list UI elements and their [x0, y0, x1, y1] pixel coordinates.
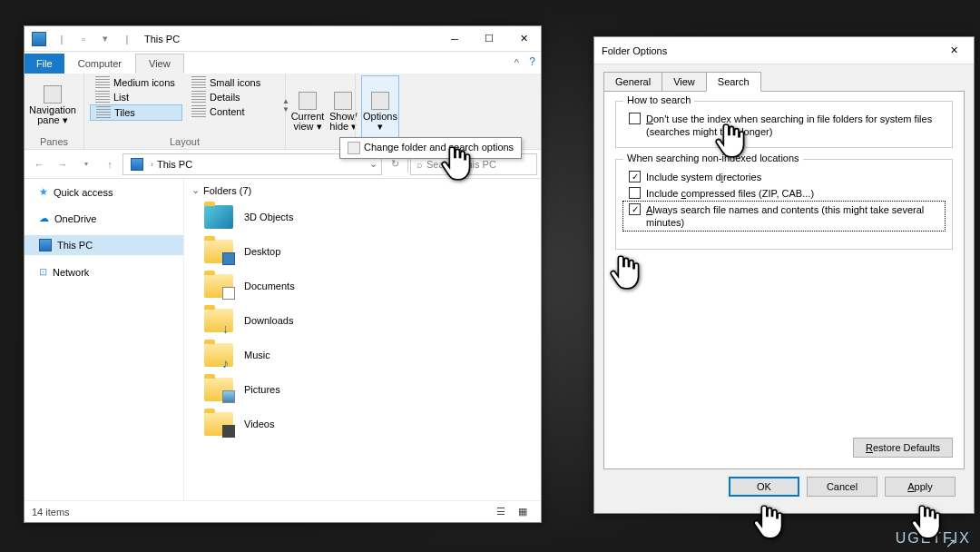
- layout-list[interactable]: List: [90, 90, 182, 104]
- checkbox-label: Include compressed files (ZIP, CAB...): [646, 187, 939, 200]
- current-view-label: Currentview ▾: [291, 112, 325, 132]
- layout-content[interactable]: Content: [186, 104, 279, 119]
- group-how-to-search: How to search Don't use the index when s…: [615, 101, 953, 148]
- tab-search[interactable]: Search: [706, 72, 761, 92]
- layout-tiles[interactable]: Tiles: [90, 104, 182, 121]
- cursor-hand-icon: [608, 254, 641, 291]
- minimize-button[interactable]: ─: [437, 26, 472, 52]
- star-icon: ★: [39, 186, 48, 198]
- options-label: Options▾: [363, 112, 397, 132]
- qat-item[interactable]: ▫: [74, 29, 93, 49]
- folder-icon: [204, 274, 233, 298]
- sidebar-item-quick-access[interactable]: ★ Quick access: [24, 182, 183, 202]
- search-tab-pane: How to search Don't use the index when s…: [603, 92, 965, 469]
- checkbox-compressed-files[interactable]: Include compressed files (ZIP, CAB...): [623, 185, 945, 202]
- back-button[interactable]: ←: [28, 153, 50, 175]
- explorer-body: ★ Quick access ☁ OneDrive This PC ⊡ Netw…: [24, 179, 541, 500]
- layout-icon: [191, 105, 206, 118]
- ok-button[interactable]: OK: [729, 477, 799, 497]
- folder-icon: [204, 240, 233, 263]
- tab-computer[interactable]: Computer: [64, 54, 135, 74]
- content-pane: ⌄ Folders (7) 3D Objects Desktop Documen…: [184, 179, 541, 500]
- path-dropdown-icon[interactable]: ⌄: [369, 158, 377, 170]
- cursor-hand-icon: [439, 145, 472, 182]
- desktop-overlay-icon: [222, 252, 235, 265]
- tooltip-icon: [348, 142, 360, 154]
- group-non-indexed: When searching non-indexed locations ✓ I…: [615, 159, 953, 250]
- checkbox-icon: [629, 187, 641, 199]
- cursor-hand-icon: [751, 504, 784, 540]
- folder-downloads[interactable]: Downloads: [191, 303, 534, 338]
- checkbox-dont-use-index[interactable]: Don't use the index when searching in fi…: [623, 111, 945, 140]
- ribbon-group-layout: Medium icons List Tiles Small icons Deta…: [84, 74, 286, 149]
- layout-icon: [191, 91, 206, 104]
- checkbox-system-directories[interactable]: ✓ Include system directories: [623, 169, 945, 185]
- dialog-close-button[interactable]: ✕: [941, 44, 966, 56]
- sidebar-item-onedrive[interactable]: ☁ OneDrive: [24, 209, 183, 228]
- current-view-button[interactable]: Currentview ▾: [291, 75, 324, 147]
- tab-view[interactable]: View: [662, 72, 707, 92]
- folders-group-header[interactable]: ⌄ Folders (7): [191, 184, 534, 200]
- checkbox-label: Always search file names and contents (t…: [646, 203, 939, 229]
- window-controls: ─ ☐ ✕: [437, 26, 541, 52]
- folder-music[interactable]: Music: [191, 338, 534, 372]
- restore-defaults-button[interactable]: Restore Defaults: [853, 438, 953, 458]
- window-title: This PC: [141, 34, 437, 44]
- folder-icon: [204, 378, 233, 401]
- dialog-tab-strip: General View Search: [603, 72, 965, 92]
- show-hide-icon: [334, 92, 352, 110]
- up-button[interactable]: ↑: [99, 153, 121, 175]
- layout-icon: [95, 91, 110, 104]
- folder-3d-objects[interactable]: 3D Objects: [191, 200, 534, 234]
- tab-view[interactable]: View: [135, 54, 184, 74]
- checkbox-always-search[interactable]: ✓ Always search file names and contents …: [623, 202, 945, 231]
- maximize-button[interactable]: ☐: [472, 26, 506, 52]
- picture-overlay-icon: [222, 390, 235, 403]
- explorer-titlebar[interactable]: | ▫ ▾ | This PC ─ ☐ ✕: [24, 26, 541, 52]
- folder-videos[interactable]: Videos: [191, 407, 534, 441]
- forward-button[interactable]: →: [52, 153, 74, 175]
- folder-icon: [204, 309, 233, 332]
- history-dropdown-icon[interactable]: ▾: [75, 153, 97, 175]
- sidebar-item-network[interactable]: ⊡ Network: [24, 262, 183, 281]
- qat-divider: |: [52, 29, 72, 49]
- cursor-hand-icon: [713, 123, 746, 159]
- ribbon-collapse-icon[interactable]: ^: [514, 57, 519, 68]
- search-icon: ⌕: [416, 159, 423, 170]
- layout-small-icons[interactable]: Small icons: [186, 75, 279, 90]
- view-details-button[interactable]: ☰: [490, 504, 512, 520]
- apply-button[interactable]: Apply: [885, 477, 956, 497]
- path-pc-icon: [131, 158, 143, 171]
- dialog-body: General View Search How to search Don't …: [594, 64, 974, 504]
- download-overlay-icon: [222, 321, 235, 334]
- close-button[interactable]: ✕: [506, 26, 541, 52]
- tab-file[interactable]: File: [24, 54, 64, 74]
- navigation-pane-button[interactable]: Navigationpane ▾: [30, 75, 75, 135]
- pc-icon: [39, 239, 52, 251]
- qat-dropdown-icon[interactable]: ▾: [95, 29, 115, 49]
- status-text: 14 items: [32, 507, 70, 518]
- cursor-hand-icon: [909, 504, 942, 540]
- sidebar-item-this-pc[interactable]: This PC: [24, 235, 183, 255]
- layout-group-label: Layout: [90, 135, 279, 147]
- path-chevron-icon[interactable]: ›: [151, 160, 153, 169]
- help-icon[interactable]: ?: [529, 55, 535, 68]
- folder-options-dialog: Folder Options ✕ General View Search How…: [593, 36, 975, 514]
- dialog-titlebar[interactable]: Folder Options ✕: [594, 37, 974, 64]
- checkbox-icon: ✓: [629, 203, 641, 215]
- dialog-buttons: OK Cancel Apply: [603, 469, 965, 497]
- network-icon: ⊡: [39, 266, 47, 278]
- path-text: This PC: [157, 159, 192, 170]
- layout-details[interactable]: Details: [186, 90, 279, 104]
- folder-pictures[interactable]: Pictures: [191, 372, 534, 407]
- layout-medium-icons[interactable]: Medium icons: [90, 75, 182, 90]
- view-tiles-button[interactable]: ▦: [512, 504, 534, 520]
- tab-general[interactable]: General: [603, 72, 662, 92]
- ribbon: Navigationpane ▾ Panes Medium icons List…: [24, 74, 541, 150]
- ribbon-group-panes: Navigationpane ▾ Panes: [24, 74, 84, 149]
- folder-documents[interactable]: Documents: [191, 269, 534, 303]
- dialog-title: Folder Options: [602, 45, 941, 56]
- cancel-button[interactable]: Cancel: [807, 477, 877, 497]
- folder-desktop[interactable]: Desktop: [191, 234, 534, 269]
- navigation-pane-icon: [44, 85, 62, 104]
